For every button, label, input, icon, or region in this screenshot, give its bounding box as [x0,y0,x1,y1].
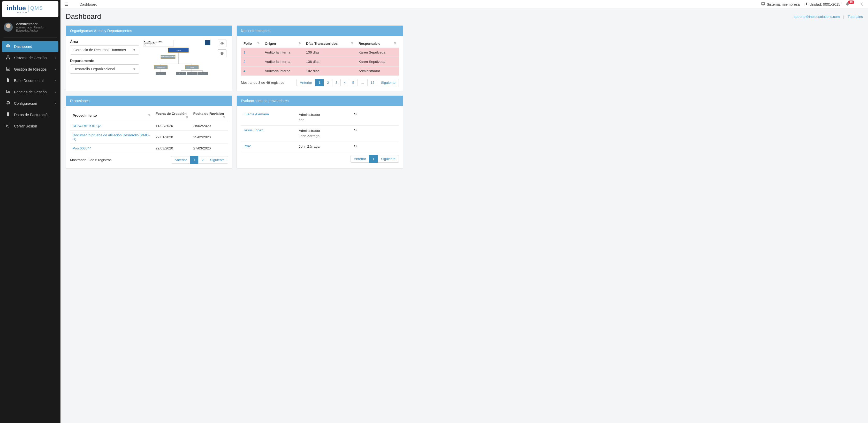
svg-rect-6 [9,58,10,59]
bar-chart-icon [5,89,11,95]
svg-text:Development: Development [157,66,165,68]
page-num[interactable]: 1 [315,79,324,86]
tutorials-link[interactable]: Tutoriales [847,15,863,19]
table-row[interactable]: Documento prueba de afiliación Desarroll… [70,130,228,144]
unidad-status[interactable]: Unidad: 9001-2015 [805,2,840,6]
col-dias[interactable]: Días Transcurridos⇅ [304,39,356,48]
nav-label: Cerrar Sesión [14,124,37,128]
signout-icon [5,123,11,129]
nav-facturacion[interactable]: Datos de Facturación [2,109,58,120]
folio-link[interactable]: 1 [244,51,246,54]
page-num[interactable]: 1 [369,155,378,163]
sort-icon: ⇅ [223,116,225,119]
user-block: Administrador Administrador, Usuario, Ev… [0,18,61,35]
page-num[interactable]: 17 [367,79,378,86]
svg-text:Assistant: Assistant [200,73,205,74]
sort-icon: ⇅ [299,42,301,45]
page-num[interactable]: 2 [323,79,333,86]
sidebar: inblue QMS Solutions Administrador Admin… [0,0,61,423]
table-row[interactable]: 2 Auditoría interna 136 días Karen Sepúl… [241,57,399,66]
prov-link[interactable]: Prov [244,144,251,148]
page-num[interactable]: 5 [349,79,358,86]
org-chart: Talent Management Office Talent Manageme… [142,39,215,82]
invoice-icon [5,112,11,118]
page-links: soporte@inbluesolutions.com | Tutoriales [794,15,863,19]
svg-rect-7 [762,3,765,5]
card-discusiones: Discusiones Procedimiento⇅ Fecha de Crea… [66,95,232,169]
logout-icon[interactable] [860,2,864,7]
user-roles: Administrador, Usuario, Evaluador, Audit… [16,26,57,32]
sort-icon: ⇅ [257,42,259,45]
col-revision[interactable]: Fecha de Revisión⇅ [191,110,228,121]
proc-link[interactable]: Documento prueba de afiliación Desarroll… [73,133,150,141]
sistema-status[interactable]: Sistema: miempresa [761,2,800,6]
page-num[interactable]: 3 [332,79,341,86]
svg-text:People: People [190,66,194,68]
area-chart-icon [5,66,11,72]
dept-select[interactable]: Desarrollo Organizacional ▼ [70,64,139,74]
card-header: Organigramas Áreas y Departamentos [66,26,232,36]
card-header: Discusiones [66,96,232,106]
prov-link[interactable]: Jesús López [244,128,263,132]
proc-link[interactable]: DESCRIPTOR QA [73,124,101,128]
page-num[interactable]: 4 [340,79,349,86]
divider [4,37,57,37]
svg-rect-12 [205,40,210,45]
page-prev[interactable]: Anterior [297,79,315,86]
table-row[interactable]: Fuente Alemana Administradorchb Si [241,110,399,125]
nav-label: Gestión de Riesgos [14,67,47,71]
support-link[interactable]: soporte@inbluesolutions.com [794,15,840,19]
nav-label: Dashboard [14,44,32,49]
nav-base-documental[interactable]: Base Documental › [2,75,58,86]
desktop-icon [761,2,765,6]
page-prev[interactable]: Anterior [171,156,190,164]
logo: inblue QMS Solutions [2,1,58,17]
col-procedimiento[interactable]: Procedimiento⇅ [70,110,153,121]
view-button[interactable] [218,39,226,47]
folio-link[interactable]: 2 [244,60,246,64]
table-row[interactable]: Prov John Zárraga Si [241,142,399,152]
card-header: No conformidades [237,26,403,36]
table-row[interactable]: DESCRIPTOR QA 11/02/2020 25/02/2020 [70,121,228,130]
proc-link[interactable]: Proc003544 [73,146,92,150]
table-row[interactable]: 4 Auditoría interna 102 días Administrad… [241,66,399,76]
sort-icon: ⇅ [394,42,396,45]
page-next[interactable]: Siguiente [378,155,399,163]
prov-link[interactable]: Fuente Alemana [244,112,269,116]
col-creacion[interactable]: Fecha de Creación⇅ [153,110,191,121]
nav-label: Paneles de Gestión [14,90,47,94]
area-select[interactable]: Gerencia de Recursos Humanos ▼ [70,45,139,55]
nav-paneles-gestion[interactable]: Paneles de Gestión › [2,87,58,97]
col-origen[interactable]: Origen⇅ [262,39,304,48]
page-next[interactable]: Siguiente [207,156,228,164]
print-button[interactable] [218,50,226,57]
area-label: Área [70,39,139,44]
nav-dashboard[interactable]: Dashboard [2,41,58,52]
nav-sistema-gestion[interactable]: Sistema de Gestión › [2,53,58,63]
col-folio[interactable]: Folio⇅ [241,39,262,48]
table-row[interactable]: Proc003544 22/03/2020 27/03/2020 [70,144,228,153]
file-icon [5,78,11,84]
nav-gestion-riesgos[interactable]: Gestión de Riesgos › [2,64,58,75]
card-no-conformidades: No conformidades Folio⇅ Origen⇅ Días Tra… [237,25,403,91]
bell-button[interactable]: 18 [845,2,855,7]
chevron-right-icon: › [55,56,56,60]
col-responsable[interactable]: Responsable⇅ [356,39,399,48]
nav-cerrar-sesion[interactable]: Cerrar Sesión [2,121,58,131]
page-num[interactable]: 2 [198,156,207,164]
dept-label: Departamento [70,59,139,63]
disc-table: Procedimiento⇅ Fecha de Creación⇅ Fecha … [70,110,228,153]
table-row[interactable]: 1 Auditoría interna 136 días Karen Sepúl… [241,48,399,57]
hamburger-icon[interactable]: ☰ [65,2,68,7]
chevron-right-icon: › [55,67,56,71]
svg-text:Solutions: Solutions [17,12,27,13]
folio-link[interactable]: 4 [244,69,246,73]
svg-rect-4 [7,56,9,57]
page-num[interactable]: 1 [190,156,199,164]
table-row[interactable]: Jesús López AdministradorJohn Zárraga Si [241,125,399,142]
page-next[interactable]: Siguiente [378,79,399,86]
sort-icon: ⇅ [148,114,150,117]
svg-text:Talent Management Office: Talent Management Office [144,41,164,43]
nav-configuracion[interactable]: Configuración › [2,98,58,109]
page-prev[interactable]: Anterior [350,155,369,163]
